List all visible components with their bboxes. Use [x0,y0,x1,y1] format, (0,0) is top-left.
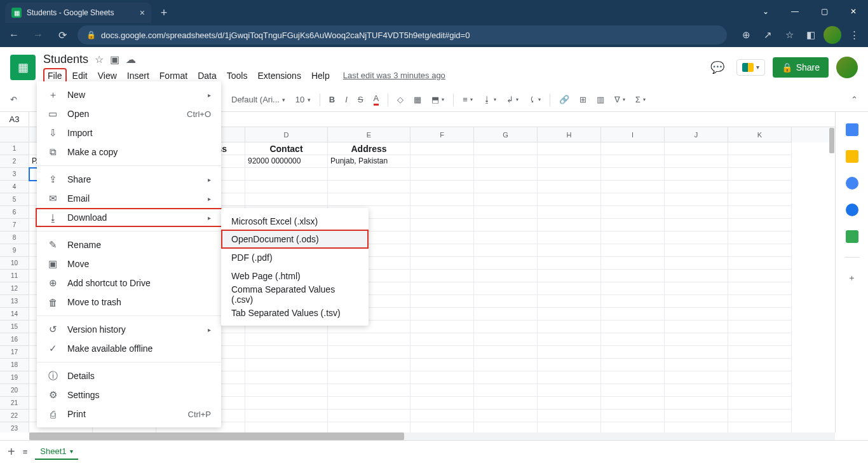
cell[interactable] [328,168,410,181]
horizontal-scrollbar[interactable] [29,432,835,440]
col-header[interactable]: F [410,127,474,142]
cell[interactable] [538,397,601,410]
chevron-down-icon[interactable]: ▾ [70,448,73,455]
cell[interactable] [328,346,410,359]
star-icon[interactable]: ☆ [95,53,104,66]
cell[interactable] [665,308,728,321]
cell[interactable] [410,155,474,168]
file-menu-new[interactable]: ＋New▸ [37,85,221,104]
cell[interactable] [601,257,665,270]
forward-button[interactable]: → [29,26,47,44]
cell[interactable] [474,219,538,232]
cell[interactable] [538,232,601,244]
cell[interactable] [410,181,474,193]
cell[interactable] [538,219,601,232]
cell[interactable] [665,333,728,346]
file-menu-open[interactable]: ▭OpenCtrl+O [37,104,221,123]
file-menu-make-available-offline[interactable]: ✓Make available offline [37,339,221,358]
row-header[interactable]: 19 [0,371,29,384]
cell[interactable] [538,168,601,181]
cell[interactable] [538,384,601,397]
cell[interactable] [601,346,665,359]
cell[interactable] [538,346,601,359]
cell[interactable] [410,219,474,232]
menu-data[interactable]: Data [193,68,221,83]
cell[interactable] [328,359,410,371]
cell[interactable] [728,181,792,193]
file-menu-move-to-trash[interactable]: 🗑Move to trash [37,293,221,312]
row-header[interactable]: 1 [0,142,29,155]
file-menu-download[interactable]: ⭳Download▸ [36,208,222,227]
download-option[interactable]: PDF (.pdf) [221,248,369,266]
contacts-icon[interactable] [846,204,858,216]
cell[interactable] [601,155,665,168]
row-header[interactable]: 23 [0,422,29,432]
vertical-scrollbar[interactable] [829,128,834,153]
row-header[interactable]: 11 [0,270,29,282]
row-header[interactable]: 16 [0,333,29,346]
zoom-icon[interactable]: ⊕ [737,26,755,44]
cell[interactable] [410,257,474,270]
col-header[interactable]: J [665,127,728,142]
cell[interactable] [538,321,601,333]
cell[interactable] [728,270,792,282]
cell[interactable] [474,321,538,333]
row-header[interactable]: 10 [0,257,29,270]
cell[interactable] [245,168,328,181]
cell[interactable] [601,384,665,397]
bookmark-icon[interactable]: ☆ [780,26,798,44]
col-header[interactable]: D [245,127,328,142]
rotate-button[interactable]: ⤹ ▾ [525,92,545,107]
row-header[interactable]: 17 [0,346,29,359]
cell[interactable] [728,422,792,432]
cell[interactable] [474,142,538,155]
new-tab-button[interactable]: + [155,4,173,22]
row-header[interactable]: 7 [0,219,29,232]
cell[interactable] [601,270,665,282]
file-menu-move[interactable]: ▣Move [37,254,221,273]
cell[interactable] [328,397,410,410]
cell[interactable] [538,410,601,422]
cell[interactable] [245,346,328,359]
file-menu-rename[interactable]: ✎Rename [37,235,221,254]
menu-edit[interactable]: Edit [68,68,92,83]
cell[interactable] [538,282,601,295]
cell[interactable]: Punjab, Pakistan [328,155,410,168]
v-align-button[interactable]: ⭳ ▾ [479,92,500,107]
maps-icon[interactable] [846,230,858,243]
cell[interactable] [410,359,474,371]
cell[interactable] [728,321,792,333]
file-menu-settings[interactable]: ⚙Settings [37,385,221,404]
cell[interactable] [410,244,474,257]
add-addon-icon[interactable]: ＋ [846,272,858,284]
row-header[interactable]: 6 [0,206,29,219]
italic-button[interactable]: I [341,92,351,107]
row-header[interactable]: 2 [0,155,29,168]
h-align-button[interactable]: ≡ ▾ [459,92,477,107]
cell[interactable] [410,282,474,295]
wrap-button[interactable]: ↲ ▾ [503,92,522,107]
cell[interactable] [474,384,538,397]
cell[interactable]: Address [328,142,410,155]
cell[interactable] [728,219,792,232]
cell[interactable] [601,295,665,308]
cell[interactable] [474,359,538,371]
cell[interactable] [665,168,728,181]
cell[interactable] [538,155,601,168]
download-option[interactable]: OpenDocument (.ods) [221,230,369,249]
cell[interactable] [601,232,665,244]
row-header[interactable]: 18 [0,359,29,371]
cell[interactable] [410,168,474,181]
maximize-window-icon[interactable]: ▢ [810,0,839,23]
cell[interactable] [410,346,474,359]
browser-tab[interactable]: ▦ Students - Google Sheets × [5,3,151,23]
cell[interactable] [245,422,328,432]
row-header[interactable]: 15 [0,321,29,333]
side-panel-icon[interactable]: ◧ [802,26,820,44]
cell[interactable] [328,371,410,384]
cell[interactable] [410,295,474,308]
cell[interactable] [665,257,728,270]
cell[interactable] [665,410,728,422]
cell[interactable] [665,193,728,206]
link-button[interactable]: 🔗 [555,92,573,107]
